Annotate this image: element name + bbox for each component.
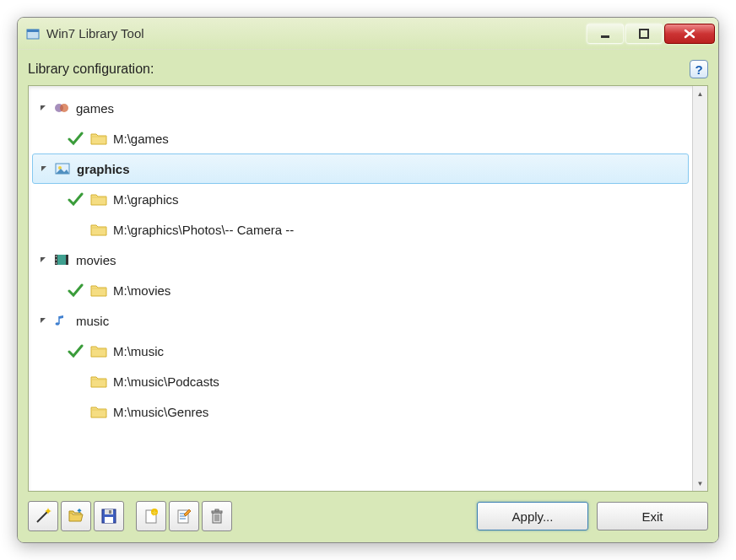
svg-point-7 [58, 166, 62, 170]
library-node[interactable]: games [32, 93, 689, 123]
folder-icon [89, 282, 108, 299]
svg-rect-29 [215, 509, 219, 511]
folder-icon [89, 403, 108, 420]
svg-line-15 [37, 512, 47, 522]
svg-rect-1 [27, 30, 39, 32]
check-icon [66, 342, 84, 359]
svg-point-11 [56, 256, 57, 257]
folder-path: M:\music [113, 344, 164, 358]
folder-icon [89, 221, 108, 238]
library-node[interactable]: graphics [32, 153, 689, 184]
app-icon [26, 27, 40, 40]
folder-node[interactable]: M:\graphics [32, 184, 689, 214]
svg-rect-10 [66, 255, 68, 265]
folder-open-icon [68, 508, 84, 525]
graphics-icon [53, 160, 72, 177]
help-button[interactable]: ? [690, 60, 708, 78]
folder-icon [89, 130, 108, 147]
open-button[interactable] [61, 501, 91, 531]
svg-rect-3 [640, 30, 648, 38]
svg-point-14 [56, 322, 60, 326]
help-icon: ? [695, 62, 702, 77]
wizard-button[interactable] [28, 501, 58, 531]
scroll-up-arrow[interactable]: ▲ [693, 86, 707, 101]
apply-button[interactable]: Apply... [477, 502, 588, 530]
music-icon [52, 312, 71, 329]
new-library-button[interactable] [136, 501, 166, 531]
toolbar-separator [127, 501, 133, 531]
folder-node[interactable]: M:\music [32, 336, 689, 366]
folder-node[interactable]: M:\music\Genres [32, 396, 689, 427]
header-row: Library configuration: ? [28, 57, 708, 85]
library-tree[interactable]: gamesM:\gamesgraphicsM:\graphicsM:\graph… [29, 86, 692, 491]
games-icon [52, 100, 71, 116]
library-node[interactable]: movies [32, 245, 689, 275]
folder-path: M:\graphics [113, 192, 179, 207]
check-placeholder [66, 373, 84, 390]
folder-node[interactable]: M:\graphics\Photos\-- Camera -- [32, 214, 689, 245]
check-placeholder [66, 221, 84, 238]
close-button[interactable] [664, 24, 715, 44]
footer: Apply... Exit [28, 492, 708, 532]
floppy-icon [100, 508, 117, 525]
folder-path: M:\music\Genres [113, 405, 208, 419]
vertical-scrollbar[interactable]: ▲ ▼ [692, 86, 707, 491]
window-title: Win7 Library Tool [46, 26, 587, 40]
library-node[interactable]: music [32, 305, 689, 336]
edit-library-button[interactable] [169, 501, 199, 531]
folder-path: M:\games [113, 132, 169, 146]
folder-node[interactable]: M:\games [32, 123, 689, 153]
edit-doc-icon [176, 508, 192, 525]
folder-path: M:\graphics\Photos\-- Camera -- [113, 223, 294, 237]
folder-node[interactable]: M:\music\Podcasts [32, 366, 689, 396]
library-label: graphics [77, 162, 130, 176]
client-area: Library configuration: ? gamesM:\gamesgr… [18, 50, 718, 542]
main-buttons: Apply... Exit [477, 502, 708, 530]
check-icon [66, 191, 84, 207]
save-button[interactable] [94, 501, 124, 531]
svg-rect-20 [109, 510, 111, 514]
folder-path: M:\music\Podcasts [113, 374, 219, 389]
expander-icon[interactable] [37, 315, 49, 326]
svg-rect-2 [601, 35, 609, 38]
svg-rect-19 [105, 517, 113, 523]
svg-point-12 [56, 259, 57, 261]
expander-icon[interactable] [37, 254, 49, 266]
exit-button[interactable]: Exit [597, 502, 708, 530]
check-icon [66, 282, 84, 299]
minimize-button[interactable] [587, 24, 624, 44]
titlebar[interactable]: Win7 Library Tool [18, 18, 718, 50]
delete-button[interactable] [202, 501, 232, 531]
folder-icon [89, 342, 108, 359]
folder-icon [89, 373, 108, 390]
check-icon [66, 130, 84, 147]
header-label: Library configuration: [28, 62, 154, 77]
expander-icon[interactable] [37, 102, 49, 114]
maximize-button[interactable] [625, 24, 663, 44]
tree-container: gamesM:\gamesgraphicsM:\graphicsM:\graph… [28, 85, 708, 492]
app-window: Win7 Library Tool Library configuration:… [17, 17, 719, 543]
movies-icon [52, 251, 71, 268]
toolbar [28, 501, 232, 531]
library-label: movies [76, 253, 116, 267]
scroll-down-arrow[interactable]: ▼ [693, 476, 707, 491]
check-placeholder [66, 403, 84, 420]
library-label: games [76, 101, 114, 116]
new-doc-icon [143, 508, 160, 525]
trash-icon [208, 508, 225, 525]
folder-node[interactable]: M:\movies [32, 275, 689, 305]
window-buttons [587, 24, 715, 44]
expander-icon[interactable] [38, 163, 50, 175]
library-label: music [76, 314, 109, 328]
wand-icon [35, 508, 51, 525]
folder-path: M:\movies [113, 283, 170, 298]
svg-point-13 [56, 262, 57, 264]
folder-icon [89, 191, 108, 207]
svg-point-5 [60, 104, 68, 112]
